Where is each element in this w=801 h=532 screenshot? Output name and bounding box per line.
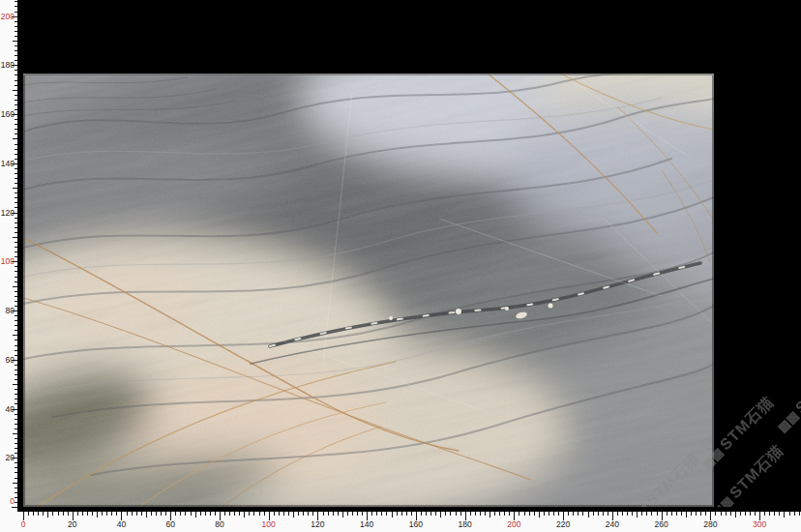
ruler-tick	[445, 512, 446, 516]
ruler-tick	[769, 512, 770, 516]
ruler-tick	[205, 512, 206, 516]
ruler-tick	[676, 512, 677, 516]
ruler-tick	[671, 512, 672, 516]
slab-scan-stage: ▩▦STM石猫▩▦STM石猫▩▦STM石猫▩▦STM石猫 02040608010…	[0, 0, 801, 532]
ruler-tick	[371, 512, 372, 516]
ruler-tick	[646, 512, 647, 516]
ruler-label: 60	[156, 519, 185, 529]
ruler-tick	[608, 512, 608, 516]
ruler-tick	[180, 512, 181, 516]
ruler-tick	[681, 512, 682, 516]
ruler-tick	[544, 512, 545, 516]
ruler-tick	[87, 512, 88, 516]
ruler-label: 120	[0, 209, 15, 218]
ruler-tick	[582, 512, 583, 516]
ruler-tick	[106, 512, 107, 516]
ruler-tick	[328, 512, 329, 516]
ruler-tick	[509, 512, 510, 516]
ruler-tick	[460, 512, 461, 516]
ruler-tick	[549, 512, 549, 516]
ruler-tick	[151, 512, 152, 516]
ruler-tick	[175, 512, 176, 516]
ruler-tick	[745, 512, 746, 516]
ruler-tick	[200, 512, 201, 516]
ruler-tick	[755, 512, 756, 516]
ruler-label: 260	[647, 519, 676, 529]
ruler-tick	[603, 512, 604, 516]
ruler-tick	[323, 512, 324, 516]
ruler-tick	[578, 512, 578, 516]
ruler-tick	[485, 512, 486, 516]
ruler-tick	[308, 512, 309, 516]
watermark-text: STM石猫	[727, 441, 786, 501]
ruler-tick	[588, 512, 589, 517]
ruler-tick	[210, 512, 211, 516]
ruler-label: 80	[0, 307, 15, 315]
ruler-tick	[82, 512, 83, 516]
vertical-axis-line	[17, 0, 23, 512]
ruler-tick	[392, 512, 393, 517]
ruler-tick	[696, 512, 697, 516]
ruler-tick	[279, 512, 280, 516]
ruler-tick	[249, 512, 250, 516]
ruler-label: 160	[0, 110, 15, 119]
ruler-tick	[43, 512, 44, 516]
ruler-tick	[146, 512, 147, 517]
ruler-tick	[185, 512, 186, 516]
ruler-tick	[573, 512, 574, 516]
ruler-tick	[657, 512, 658, 516]
ruler-tick	[195, 512, 196, 517]
ruler-tick	[691, 512, 692, 516]
ruler-tick	[794, 512, 795, 516]
ruler-label: 40	[0, 405, 15, 414]
ruler-tick	[598, 512, 599, 516]
ruler-tick	[132, 512, 133, 516]
ruler-tick	[259, 512, 260, 516]
ruler-tick	[735, 512, 736, 517]
ruler-tick	[539, 512, 540, 517]
ruler-tick	[421, 512, 422, 516]
ruler-tick	[784, 512, 785, 517]
ruler-tick	[637, 512, 638, 517]
ruler-tick	[352, 512, 353, 516]
stm-watermark: ▩▦STM石猫	[773, 356, 801, 437]
ruler-tick	[401, 512, 402, 516]
ruler-label: 100	[254, 519, 283, 529]
ruler-tick	[397, 512, 398, 516]
ruler-tick	[376, 512, 377, 516]
ruler-tick	[426, 512, 427, 516]
ruler-tick	[342, 512, 343, 517]
ruler-tick	[789, 512, 790, 516]
ruler-tick	[303, 512, 304, 516]
ruler-tick	[450, 512, 451, 516]
ruler-tick	[440, 512, 441, 517]
ruler-tick	[92, 512, 93, 516]
ruler-tick	[77, 512, 78, 516]
ruler-label: 300	[745, 519, 774, 529]
ruler-tick	[156, 512, 157, 516]
stone-slab-image	[23, 74, 714, 507]
ruler-tick	[264, 512, 265, 516]
ruler-label: 0	[0, 497, 15, 506]
ruler-label: 240	[598, 519, 627, 529]
ruler-label: 60	[0, 356, 15, 365]
ruler-tick	[224, 512, 225, 516]
ruler-tick	[456, 512, 457, 516]
ruler-tick	[234, 512, 235, 516]
ruler-label: 20	[58, 519, 87, 529]
ruler-label: 0	[9, 519, 38, 529]
ruler-tick	[127, 512, 128, 516]
ruler-tick	[494, 512, 495, 516]
ruler-label: 180	[0, 61, 15, 70]
stone-slab-texture	[23, 74, 714, 507]
ruler-tick	[116, 512, 117, 516]
ruler-tick	[667, 512, 668, 516]
ruler-tick	[627, 512, 628, 516]
ruler-tick	[347, 512, 348, 516]
ruler-tick	[312, 512, 313, 516]
ruler-tick	[641, 512, 642, 516]
vertical-ruler: 020406080100120140160180200	[0, 0, 17, 532]
ruler-tick	[430, 512, 431, 516]
ruler-tick	[480, 512, 481, 516]
ruler-tick	[386, 512, 387, 516]
